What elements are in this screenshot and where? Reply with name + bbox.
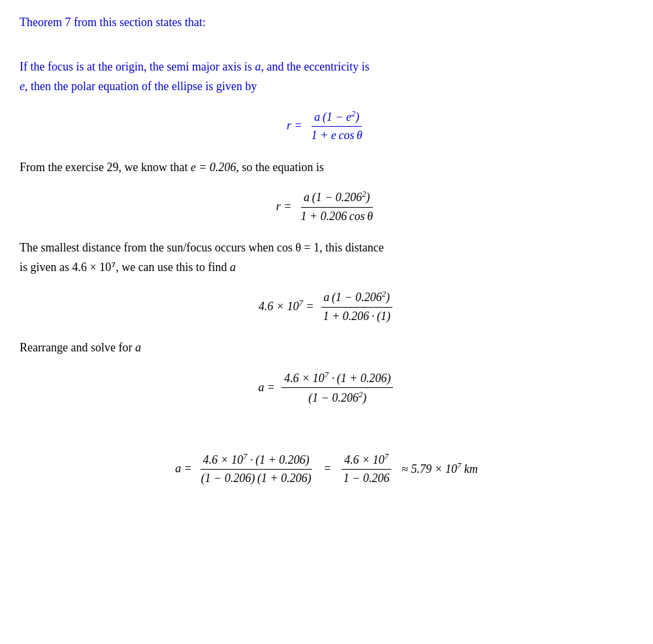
smallest-dist-a: a — [230, 261, 236, 274]
formula3-row: 4.6 × 107 = a (1 − 0.2062) 1 + 0.206 · (… — [259, 289, 394, 324]
formula1-row: r = a (1 − e2) 1 + e cos θ — [287, 108, 366, 144]
formula5-num1: 4.6 × 107 · (1 + 0.206) — [200, 451, 312, 470]
theorem-body-4: , then the polar equation of the ellipse… — [25, 80, 257, 93]
formula3-fraction: a (1 − 0.2062) 1 + 0.206 · (1) — [321, 289, 393, 324]
formula4-numerator: 4.6 × 107 · (1 + 0.206) — [281, 370, 393, 388]
formula2-display: r = a (1 − 0.2062) 1 + 0.206 cos θ — [20, 189, 633, 224]
formula1-fraction: a (1 − e2) 1 + e cos θ — [309, 108, 365, 144]
formula4-row: a = 4.6 × 107 · (1 + 0.206) (1 − 0.2062) — [259, 370, 395, 406]
formula5-eq: = — [321, 459, 334, 478]
formula5-display: a = 4.6 × 107 · (1 + 0.206) (1 − 0.206) … — [20, 451, 633, 487]
formula2-numerator: a (1 − 0.2062) — [301, 189, 373, 207]
formula2-lhs: r = — [276, 197, 292, 216]
formula2-denominator: 1 + 0.206 cos θ — [298, 208, 375, 224]
formula4-fraction: 4.6 × 107 · (1 + 0.206) (1 − 0.2062) — [281, 370, 393, 406]
formula5-den2: 1 − 0.206 — [341, 470, 392, 486]
rearrange-paragraph: Rearrange and solve for a — [20, 338, 633, 358]
formula3-display: 4.6 × 107 = a (1 − 0.2062) 1 + 0.206 · (… — [20, 289, 633, 324]
exercise-e: e = 0.206 — [191, 161, 236, 174]
formula1-lhs: r = — [287, 116, 302, 135]
exercise-text-1: From the exercise 29, we know that — [20, 161, 191, 174]
formula1-display: r = a (1 − e2) 1 + e cos θ — [20, 108, 633, 144]
theorem-body-e: e — [20, 80, 25, 93]
theorem-body-2: , and the eccentricity is — [261, 60, 369, 73]
formula2-row: r = a (1 − 0.2062) 1 + 0.206 cos θ — [276, 189, 377, 224]
exercise-text-2: , so the equation is — [236, 161, 324, 174]
formula3-denominator: 1 + 0.206 · (1) — [321, 308, 393, 324]
formula5-num2: 4.6 × 107 — [342, 451, 391, 470]
formula5-row: a = 4.6 × 107 · (1 + 0.206) (1 − 0.206) … — [175, 451, 478, 487]
formula5-approx: ≈ 5.79 × 107 km — [399, 459, 478, 479]
rearrange-a: a — [135, 341, 141, 354]
smallest-dist-paragraph: The smallest distance from the sun/focus… — [20, 238, 633, 277]
theorem-heading: Theorem 7 from this section states that: — [20, 13, 633, 33]
formula3-numerator: a (1 − 0.2062) — [321, 289, 393, 307]
formula4-display: a = 4.6 × 107 · (1 + 0.206) (1 − 0.2062) — [20, 370, 633, 406]
formula2-fraction: a (1 − 0.2062) 1 + 0.206 cos θ — [298, 189, 375, 224]
formula4-lhs: a = — [259, 378, 276, 397]
formula5-lhs: a = — [175, 459, 192, 478]
formula3-lhs: 4.6 × 107 = — [259, 297, 314, 316]
theorem-heading-text: Theorem 7 from this section states that: — [20, 16, 206, 29]
exercise-paragraph: From the exercise 29, we know that e = 0… — [20, 158, 633, 178]
theorem-body: If the focus is at the origin, the semi … — [20, 57, 633, 96]
smallest-dist-2: is given as 4.6 × 10⁷, we can use this t… — [20, 261, 230, 274]
theorem-body-1: If the focus is at the origin, the semi … — [20, 60, 255, 73]
formula1-denominator: 1 + e cos θ — [309, 127, 365, 143]
formula1-numerator: a (1 − e2) — [311, 108, 362, 127]
formula4-denominator: (1 − 0.2062) — [306, 388, 369, 406]
formula5-fraction1: 4.6 × 107 · (1 + 0.206) (1 − 0.206) (1 +… — [199, 451, 314, 487]
rearrange-text: Rearrange and solve for — [20, 341, 135, 354]
formula5-den1: (1 − 0.206) (1 + 0.206) — [199, 470, 314, 486]
formula5-fraction2: 4.6 × 107 1 − 0.206 — [341, 451, 392, 487]
smallest-dist-1: The smallest distance from the sun/focus… — [20, 241, 384, 254]
